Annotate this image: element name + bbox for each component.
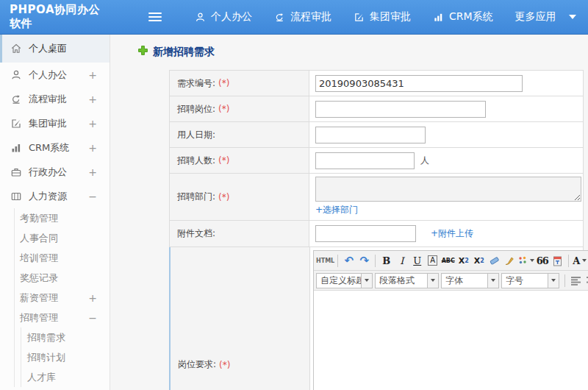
rich-text-editor: HTML ↶ ↷ B I U A ABC X2 X2 xyxy=(313,250,588,390)
headcount-input[interactable] xyxy=(315,152,415,169)
sidebar-item-attendance[interactable]: 考勤管理 xyxy=(0,208,110,228)
topnav-item-group-approval[interactable]: 集团审批 xyxy=(343,0,422,35)
expand-icon[interactable]: + xyxy=(88,142,97,154)
form-row-hire-date: 用人日期: xyxy=(169,122,584,148)
sidebar-item-group-approval[interactable]: 集团审批 + xyxy=(0,111,110,135)
collapse-icon[interactable]: − xyxy=(88,191,97,202)
strikethrough-button[interactable]: ABC xyxy=(440,252,456,269)
expand-icon[interactable]: + xyxy=(88,118,97,130)
attachment-upload-link[interactable]: +附件上传 xyxy=(431,227,473,240)
required-marker: (*) xyxy=(218,78,229,88)
font-family-select[interactable]: 字体 xyxy=(441,273,499,288)
remove-format-eraser-icon[interactable] xyxy=(487,252,502,269)
undo-button[interactable]: ↶ xyxy=(341,252,356,269)
align-left-icon[interactable] xyxy=(568,272,584,288)
caret-down-icon xyxy=(569,15,576,19)
form-row-department: 招聘部门: (*) +选择部门 xyxy=(169,174,584,221)
department-textarea[interactable] xyxy=(315,177,581,202)
format-painter-brush-icon[interactable] xyxy=(502,252,517,269)
top-navigation: 个人办公 流程审批 集团审批 CRM系统 更多应用 xyxy=(184,0,587,35)
paste-clipboard-icon[interactable] xyxy=(550,252,565,269)
topnav-item-crm[interactable]: CRM系统 xyxy=(422,0,504,35)
sidebar-item-recruit-mgmt[interactable]: 招聘管理 − xyxy=(0,308,110,327)
font-style-button[interactable]: A xyxy=(425,252,440,269)
caret-down-icon xyxy=(427,274,438,288)
expand-icon[interactable]: + xyxy=(88,292,97,304)
flow-icon xyxy=(274,12,285,23)
subscript-button[interactable]: X2 xyxy=(471,252,487,269)
field-label: 需求编号: xyxy=(177,77,215,90)
topnav-item-personal-office[interactable]: 个人办公 xyxy=(184,0,263,35)
sidebar-item-salary[interactable]: 薪资管理 + xyxy=(0,288,110,308)
required-marker: (*) xyxy=(219,360,230,370)
sidebar-item-hr-contract[interactable]: 人事合同 xyxy=(0,228,110,248)
caret-down-icon xyxy=(582,259,587,262)
topnav-item-workflow-approval[interactable]: 流程审批 xyxy=(263,0,343,35)
sidebar-item-training[interactable]: 培训管理 xyxy=(0,248,110,268)
custom-heading-select[interactable]: 自定义标题 xyxy=(316,273,373,288)
editor-content-area[interactable] xyxy=(314,291,588,390)
sidebar-item-workflow-approval[interactable]: 流程审批 + xyxy=(0,87,110,111)
sidebar: 个人桌面 个人办公 + 流程审批 + 集团审批 + CRM系统 + 行政办公 + xyxy=(0,35,110,390)
position-input[interactable] xyxy=(315,101,486,118)
html-source-button[interactable]: HTML xyxy=(316,252,334,269)
redo-button[interactable]: ↷ xyxy=(356,252,372,269)
font-size-select[interactable]: 字号 xyxy=(501,273,559,288)
flow-icon xyxy=(10,93,22,105)
topnav-item-more-apps[interactable]: 更多应用 xyxy=(504,0,587,35)
sidebar-item-recruit-plan[interactable]: 招聘计划 xyxy=(0,347,110,367)
color-palette-icon[interactable] xyxy=(517,252,534,269)
hire-date-input[interactable] xyxy=(315,127,426,143)
sidebar-item-talent-pool[interactable]: 人才库 xyxy=(0,367,110,387)
expand-icon[interactable]: + xyxy=(88,93,97,105)
page-title: 新增招聘需求 xyxy=(137,45,588,59)
field-label: 附件文档: xyxy=(177,227,215,240)
user-icon xyxy=(10,69,22,81)
field-label: 招聘岗位: xyxy=(177,103,215,116)
topbar: PHPOA协同办公软件 个人办公 流程审批 集团审批 CRM系统 xyxy=(0,0,588,35)
field-label: 岗位要求: xyxy=(178,358,216,371)
required-marker: (*) xyxy=(218,192,229,202)
sidebar-item-recruit-request[interactable]: 招聘需求 xyxy=(0,327,110,347)
caret-down-icon xyxy=(361,274,372,288)
home-icon xyxy=(10,43,22,54)
blockquote-button[interactable]: 66 xyxy=(534,252,550,269)
editor-toolbar-row1: HTML ↶ ↷ B I U A ABC X2 X2 xyxy=(314,251,588,271)
sidebar-item-rewards[interactable]: 奖惩记录 xyxy=(0,268,110,288)
book-icon xyxy=(10,191,22,202)
hamburger-menu-icon[interactable] xyxy=(148,10,163,24)
required-marker: (*) xyxy=(218,155,229,166)
superscript-button[interactable]: X2 xyxy=(456,252,471,269)
sidebar-item-crm[interactable]: CRM系统 + xyxy=(0,135,110,160)
recruit-request-form: 需求编号: (*) 招聘岗位: (*) 用人日期: xyxy=(169,70,584,390)
bold-button[interactable]: B xyxy=(379,252,394,269)
form-row-headcount: 招聘人数: (*) 人 xyxy=(169,148,584,174)
align-center-icon[interactable] xyxy=(584,272,588,288)
sidebar-item-personal-office[interactable]: 个人办公 + xyxy=(0,63,110,87)
expand-icon[interactable]: + xyxy=(88,69,97,81)
add-plus-icon xyxy=(137,45,148,59)
briefcase-icon xyxy=(10,166,22,178)
expand-icon[interactable]: + xyxy=(88,166,97,178)
chart-icon xyxy=(10,142,22,154)
user-icon xyxy=(195,12,206,23)
paragraph-format-select[interactable]: 段落格式 xyxy=(375,273,439,288)
font-color-button[interactable]: A xyxy=(572,252,587,269)
field-label: 用人日期: xyxy=(177,129,215,141)
select-department-link[interactable]: +选择部门 xyxy=(315,204,358,216)
italic-button[interactable]: I xyxy=(394,252,409,269)
form-row-position: 招聘岗位: (*) xyxy=(169,96,584,122)
required-marker: (*) xyxy=(218,104,229,114)
sidebar-item-human-resources[interactable]: 人力资源 − xyxy=(0,184,110,208)
edit-icon xyxy=(10,118,22,130)
request-no-input[interactable] xyxy=(315,75,523,92)
attachment-input[interactable] xyxy=(315,225,416,242)
chart-icon xyxy=(433,12,444,23)
sidebar-item-personal-desktop[interactable]: 个人桌面 xyxy=(0,35,110,63)
collapse-icon[interactable]: − xyxy=(88,312,97,324)
app-logo: PHPOA协同办公软件 xyxy=(0,3,110,31)
editor-toolbar-row2: 自定义标题 段落格式 字体 字号 xyxy=(314,271,588,291)
form-row-attachment: 附件文档: +附件上传 xyxy=(169,221,584,247)
sidebar-item-admin-office[interactable]: 行政办公 + xyxy=(0,160,110,184)
underline-button[interactable]: U xyxy=(409,252,425,269)
